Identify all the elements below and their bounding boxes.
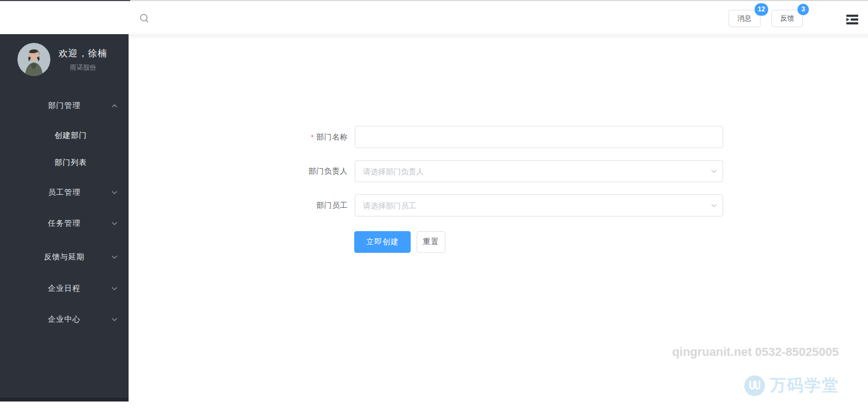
header: 消息 12 反馈 3 xyxy=(0,0,868,34)
top-hairline-dark-segment xyxy=(0,0,130,1)
sidebar-item-department-management[interactable]: 部门管理 xyxy=(0,95,129,117)
messages-badge: 12 xyxy=(754,3,769,16)
company-name: 雨诺股份 xyxy=(70,63,96,72)
brand-logo-icon xyxy=(744,375,765,397)
chevron-down-icon xyxy=(111,220,118,227)
select-chevron-down-icon xyxy=(711,168,717,175)
department-head-label: 部门负责人 xyxy=(217,160,348,182)
create-now-button[interactable]: 立即创建 xyxy=(354,231,411,253)
sidebar-item-department-list[interactable]: 部门列表 xyxy=(0,152,129,174)
reset-button[interactable]: 重置 xyxy=(417,231,445,253)
sidebar: 欢迎，徐楠 雨诺股份 部门管理 创建部门 部门列表 员工管理 任务管理 xyxy=(0,34,129,398)
department-head-select-input[interactable] xyxy=(355,160,723,182)
sidebar-item-feedback-delay[interactable]: 反馈与延期 xyxy=(0,246,129,268)
sidebar-item-task-management[interactable]: 任务管理 xyxy=(0,213,129,234)
sidebar-item-company-center[interactable]: 企业中心 xyxy=(0,309,129,330)
department-staff-select-input[interactable] xyxy=(355,194,723,216)
watermark-text: qingruanit.net 0532-85025005 xyxy=(672,345,839,359)
department-name-label: * 部门名称 xyxy=(217,126,348,148)
chevron-up-icon xyxy=(111,103,118,109)
avatar xyxy=(17,43,50,76)
chevron-down-icon xyxy=(111,285,118,292)
header-shadow xyxy=(128,35,868,40)
select-chevron-down-icon xyxy=(711,202,717,209)
menu-fold-icon[interactable] xyxy=(845,14,860,25)
search-icon[interactable] xyxy=(138,12,150,24)
feedback-badge: 3 xyxy=(797,3,809,16)
sidebar-bottom-strip xyxy=(0,398,129,401)
department-name-input[interactable] xyxy=(355,126,723,148)
department-staff-label: 部门员工 xyxy=(217,194,348,216)
sidebar-item-employee-management[interactable]: 员工管理 xyxy=(0,182,129,203)
chevron-down-icon xyxy=(111,189,118,196)
department-head-select[interactable] xyxy=(355,160,723,182)
chevron-down-icon xyxy=(111,316,118,323)
chevron-down-icon xyxy=(111,254,118,260)
required-mark: * xyxy=(311,133,314,142)
app-window: 消息 12 反馈 3 xyxy=(0,0,868,408)
department-staff-select[interactable] xyxy=(355,194,723,216)
brand-name: 万码学堂 xyxy=(770,374,839,397)
sidebar-item-create-department[interactable]: 创建部门 xyxy=(0,125,129,146)
brand-watermark: 万码学堂 xyxy=(744,374,839,397)
user-profile: 欢迎，徐楠 雨诺股份 xyxy=(17,43,107,76)
welcome-text: 欢迎，徐楠 xyxy=(59,47,107,60)
sidebar-item-company-schedule[interactable]: 企业日程 xyxy=(0,278,129,299)
top-hairline xyxy=(0,0,868,1)
